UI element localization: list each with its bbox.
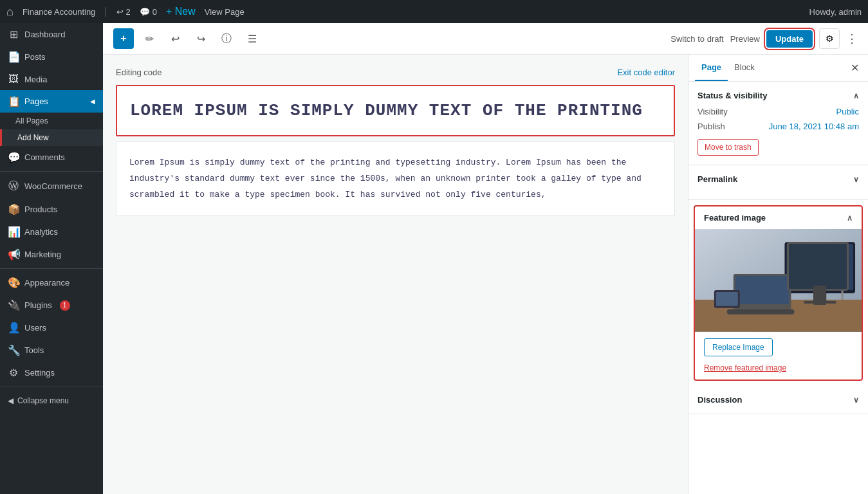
sidebar-item-posts[interactable]: 📄 Posts bbox=[0, 46, 103, 68]
wp-logo-icon[interactable]: ⌂ bbox=[6, 5, 14, 19]
panel-tabs: Page Block ✕ bbox=[688, 55, 868, 82]
products-icon: 📦 bbox=[8, 203, 19, 215]
sidebar-item-appearance[interactable]: 🎨 Appearance bbox=[0, 271, 103, 294]
svg-rect-5 bbox=[804, 301, 836, 304]
switch-to-draft-button[interactable]: Switch to draft bbox=[670, 34, 723, 44]
svg-rect-8 bbox=[727, 309, 795, 315]
permalink-label: Permalink bbox=[697, 174, 737, 184]
editing-code-label: Editing code bbox=[116, 68, 162, 77]
svg-rect-3 bbox=[786, 244, 853, 290]
svg-rect-7 bbox=[735, 276, 790, 304]
admin-bar: ⌂ Finance Accounting | ↩ 2 💬 0 + New Vie… bbox=[0, 0, 868, 23]
more-options-button[interactable]: ⋮ bbox=[846, 32, 858, 46]
sidebar-item-dashboard[interactable]: ⊞ Dashboard bbox=[0, 23, 103, 46]
sidebar-subitem-add-new[interactable]: Add New bbox=[0, 129, 103, 146]
sidebar-item-settings[interactable]: ⚙ Settings bbox=[0, 361, 103, 384]
replace-image-button[interactable]: Replace Image bbox=[704, 338, 773, 356]
featured-image-section: Featured image ∧ bbox=[694, 205, 863, 381]
adminbar-view-page[interactable]: View Page bbox=[205, 7, 245, 17]
tab-block[interactable]: Block bbox=[728, 55, 761, 81]
tools-icon: 🔧 bbox=[8, 344, 19, 356]
woocommerce-icon: Ⓦ bbox=[8, 179, 19, 193]
status-visibility-section: Status & visibility ∧ Visibility Public … bbox=[688, 82, 868, 165]
marketing-icon: 📢 bbox=[8, 248, 19, 261]
editor-toolbar: + ✏ ↩ ↪ ⓘ ☰ Switch to draft Preview Upda… bbox=[103, 23, 868, 55]
users-icon: 👤 bbox=[8, 322, 19, 334]
list-view-button[interactable]: ☰ bbox=[242, 28, 263, 49]
sidebar-item-products[interactable]: 📦 Products bbox=[0, 198, 103, 221]
svg-point-12 bbox=[823, 252, 849, 264]
publish-value[interactable]: June 18, 2021 10:48 am bbox=[769, 122, 859, 131]
edit-button[interactable]: ✏ bbox=[139, 28, 160, 49]
update-button[interactable]: Update bbox=[766, 30, 813, 48]
pages-icon: 📋 bbox=[8, 95, 19, 107]
panel-close-button[interactable]: ✕ bbox=[848, 59, 862, 77]
sidebar-item-woocommerce[interactable]: Ⓦ WooCommerce bbox=[0, 174, 103, 198]
featured-image-svg bbox=[695, 229, 862, 332]
permalink-section: Permalink ∨ bbox=[688, 165, 868, 200]
info-button[interactable]: ⓘ bbox=[216, 28, 237, 49]
featured-image-header: Featured image ∧ bbox=[695, 206, 862, 229]
adminbar-site-name[interactable]: Finance Accounting bbox=[23, 7, 95, 17]
sidebar-item-pages[interactable]: 📋 Pages ◀ bbox=[0, 90, 103, 113]
comments-icon: 💬 bbox=[8, 151, 19, 163]
redo-button[interactable]: ↪ bbox=[190, 28, 211, 49]
adminbar-comments[interactable]: 💬 0 bbox=[140, 7, 157, 17]
preview-button[interactable]: Preview bbox=[730, 34, 760, 44]
featured-image-preview bbox=[695, 229, 862, 332]
plugins-badge: 1 bbox=[60, 300, 70, 311]
pages-arrow-icon: ◀ bbox=[90, 98, 95, 105]
sidebar-subitem-all-pages[interactable]: All Pages bbox=[0, 113, 103, 129]
svg-rect-4 bbox=[813, 293, 826, 301]
editing-code-bar: Editing code Exit code editor bbox=[116, 68, 675, 77]
permalink-chevron-icon[interactable]: ∨ bbox=[853, 175, 859, 184]
media-icon: 🖼 bbox=[8, 73, 19, 85]
sidebar-item-analytics[interactable]: 📊 Analytics bbox=[0, 221, 103, 243]
publish-label: Publish bbox=[697, 122, 725, 131]
revisions-icon: ↩ bbox=[116, 7, 124, 17]
settings-gear-button[interactable]: ⚙ bbox=[819, 28, 840, 49]
adminbar-howdy: Howdy, admin bbox=[809, 7, 862, 17]
sidebar: ⊞ Dashboard 📄 Posts 🖼 Media 📋 Pages ◀ Al… bbox=[0, 23, 103, 494]
adminbar-new[interactable]: + New bbox=[166, 6, 196, 17]
menu-separator-2 bbox=[0, 268, 103, 269]
sidebar-item-tools[interactable]: 🔧 Tools bbox=[0, 339, 103, 361]
sidebar-item-users[interactable]: 👤 Users bbox=[0, 316, 103, 339]
status-visibility-label: Status & visibility bbox=[697, 91, 767, 100]
featured-image-actions: Replace Image Remove featured image bbox=[695, 332, 862, 380]
settings-icon: ⚙ bbox=[8, 367, 19, 379]
status-chevron-icon[interactable]: ∧ bbox=[853, 91, 859, 100]
discussion-label: Discussion bbox=[697, 395, 742, 405]
sidebar-item-media[interactable]: 🖼 Media bbox=[0, 68, 103, 90]
visibility-value[interactable]: Public bbox=[836, 107, 859, 116]
discussion-chevron-icon[interactable]: ∨ bbox=[853, 396, 859, 405]
sidebar-item-marketing[interactable]: 📢 Marketing bbox=[0, 243, 103, 266]
analytics-icon: 📊 bbox=[8, 226, 19, 238]
add-block-button[interactable]: + bbox=[113, 28, 134, 49]
collapse-icon: ◀ bbox=[8, 396, 14, 405]
body-block[interactable]: Lorem Ipsum is simply dummy text of the … bbox=[116, 142, 675, 216]
plugins-icon: 🔌 bbox=[8, 299, 19, 311]
visibility-label: Visibility bbox=[697, 107, 728, 116]
adminbar-revisions[interactable]: ↩ 2 bbox=[116, 7, 131, 17]
body-text: Lorem Ipsum is simply dummy text of the … bbox=[129, 155, 661, 203]
move-to-trash-button[interactable]: Move to trash bbox=[697, 139, 759, 156]
svg-point-13 bbox=[832, 254, 840, 262]
menu-separator bbox=[0, 171, 103, 172]
remove-featured-image-button[interactable]: Remove featured image bbox=[704, 363, 786, 372]
sidebar-item-plugins[interactable]: 🔌 Plugins 1 bbox=[0, 294, 103, 316]
featured-image-chevron-icon[interactable]: ∧ bbox=[847, 214, 853, 223]
posts-icon: 📄 bbox=[8, 51, 19, 63]
dashboard-icon: ⊞ bbox=[8, 28, 19, 41]
heading-block[interactable]: LOREM IPSUM IS SIMPLY DUMMY TEXT OF THE … bbox=[116, 85, 675, 136]
right-panel: Page Block ✕ Status & visibility ∧ Visib… bbox=[688, 55, 868, 494]
exit-code-editor-button[interactable]: Exit code editor bbox=[617, 68, 675, 77]
sidebar-item-comments[interactable]: 💬 Comments bbox=[0, 146, 103, 169]
tab-page[interactable]: Page bbox=[695, 55, 728, 81]
appearance-icon: 🎨 bbox=[8, 277, 19, 289]
collapse-menu-button[interactable]: ◀ Collapse menu bbox=[0, 390, 103, 412]
editor-area: Editing code Exit code editor LOREM IPSU… bbox=[103, 55, 688, 494]
svg-rect-10 bbox=[716, 292, 738, 306]
undo-button[interactable]: ↩ bbox=[165, 28, 185, 49]
svg-rect-2 bbox=[784, 242, 855, 293]
